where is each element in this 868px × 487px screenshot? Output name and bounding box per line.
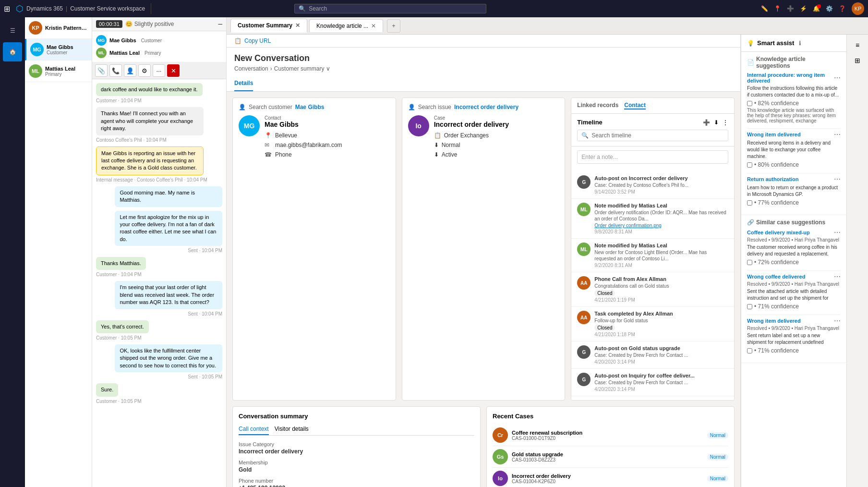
- field-label-membership: Membership: [239, 460, 474, 465]
- sa-more-2[interactable]: ⋯: [834, 131, 841, 138]
- knowledge-article-icon: 📄: [747, 59, 754, 66]
- sa-meta-7a: Resolved • 9/9/2020 • Hari Priya Thangav…: [747, 326, 841, 331]
- timeline-item-3: ML Note modified by Matias Leal New orde…: [571, 239, 734, 272]
- filter-icon[interactable]: ⚡: [800, 5, 807, 12]
- sa-checkbox-3[interactable]: [747, 200, 752, 206]
- search-customer-value[interactable]: Mae Gibbs: [295, 104, 325, 110]
- timeline-link-2[interactable]: Order delivery confirmation.png: [594, 223, 728, 228]
- sa-more-5[interactable]: ⋯: [834, 229, 841, 236]
- sa-confidence-7: • 71% confidence: [747, 347, 841, 354]
- timeline-add-icon[interactable]: ➕: [703, 119, 710, 126]
- timeline-note-input[interactable]: Enter a note...: [577, 150, 728, 164]
- sa-item-title-6[interactable]: Wrong coffee delivered: [747, 274, 805, 280]
- settings-icon[interactable]: ⚙️: [826, 5, 833, 12]
- sa-item-desc-3: Learn how to return or exchange a produc…: [747, 184, 841, 198]
- sa-item-title-3[interactable]: Return authorization: [747, 176, 799, 182]
- smart-assist-panel: 💡 Smart assist ℹ 📄 Knowledge article sug…: [741, 35, 846, 487]
- conv-tab-visitor-details[interactable]: Visitor details: [275, 424, 309, 435]
- linked-tab-contact[interactable]: Contact: [624, 102, 646, 110]
- sa-icon-list[interactable]: ≡: [851, 38, 864, 52]
- chat-timer: 00:00:31: [96, 20, 122, 28]
- timeline-filter-icon[interactable]: ⬇: [714, 119, 719, 126]
- sa-item-title-7[interactable]: Wrong item delivered: [747, 318, 801, 324]
- sa-checkbox-2[interactable]: [747, 162, 752, 168]
- breadcrumb-conv[interactable]: Conversation: [234, 65, 268, 72]
- tab-knowledge-article[interactable]: Knowledge article ... ✕: [309, 19, 383, 32]
- sidebar-hamburger[interactable]: ☰: [3, 21, 22, 40]
- session-kristin[interactable]: KP Kristin Patternson: [25, 17, 92, 39]
- sa-more-6[interactable]: ⋯: [834, 273, 841, 280]
- timeline-more-icon[interactable]: ⋮: [723, 119, 728, 126]
- sa-item-title-1[interactable]: Internal procedure: wrong item delivered: [747, 72, 834, 84]
- tab-customer-summary[interactable]: Customer Summary ✕: [230, 19, 307, 33]
- timeline-search[interactable]: 🔍 Search timeline: [577, 130, 728, 141]
- tab-nav-details[interactable]: Details: [234, 76, 253, 91]
- recent-case-1[interactable]: Cr Coffee renewal subscription CAS-01000…: [493, 425, 728, 446]
- sa-icon-grid[interactable]: ⊞: [851, 54, 864, 67]
- smart-assist-info-icon[interactable]: ℹ: [799, 40, 801, 47]
- session-info-kristin: Kristin Patternson: [45, 25, 88, 31]
- sa-more-7[interactable]: ⋯: [834, 317, 841, 325]
- search-bar[interactable]: 🔍 Search: [294, 4, 486, 13]
- notification-icon[interactable]: 🔔: [813, 5, 820, 12]
- end-button[interactable]: ✕: [167, 64, 180, 77]
- page-title-bar: New Conversation Conversation › Customer…: [227, 48, 740, 76]
- field-value-issue: Incorrect order delivery: [239, 448, 474, 455]
- field-membership: Membership Gold: [239, 460, 474, 473]
- recent-case-2[interactable]: Gs Gold status upgrade CAS-01003-D8Z2Z3 …: [493, 446, 728, 468]
- add-person-button[interactable]: 👤: [124, 64, 136, 77]
- app-grid-icon[interactable]: ⊞: [4, 4, 10, 13]
- timeline-header: Timeline ➕ ⬇ ⋮ 🔍 Search timelin: [571, 114, 734, 146]
- sa-checkbox-1[interactable]: [747, 101, 752, 106]
- tab-close-ka-icon[interactable]: ✕: [371, 23, 376, 29]
- sa-item-title-5[interactable]: Coffee delivery mixed-up: [747, 230, 810, 235]
- session-mae[interactable]: MG Mae Gibbs Customer: [25, 39, 92, 61]
- recent-case-3[interactable]: Io Incorrect order delivery CAS-01004-K2…: [493, 468, 728, 487]
- conv-tab-call-context[interactable]: Call context: [239, 424, 269, 435]
- participant-name-ml: Mattias Leal: [109, 50, 140, 56]
- sa-item-desc-2: Received wrong items in a delivery and w…: [747, 140, 841, 160]
- linked-records-label: Linked records: [577, 102, 618, 110]
- call-button[interactable]: 📞: [109, 64, 122, 77]
- sa-item-title-2[interactable]: Wrong item delivered: [747, 132, 801, 137]
- timeline-item-date-1: 9/14/2020 3:52 PM: [594, 189, 728, 195]
- msg-time-6: Customer · 10:04 PM: [96, 272, 222, 277]
- sa-item-5-header: Coffee delivery mixed-up ⋯: [747, 229, 841, 236]
- settings-button[interactable]: ⚙: [138, 64, 151, 77]
- message-4: Good morning mae. My name is Matthias.: [115, 186, 222, 207]
- copy-url-bar[interactable]: 📋 Copy URL: [227, 35, 740, 48]
- search-issue-value[interactable]: Incorrect order delivery: [454, 104, 518, 110]
- add-tab-button[interactable]: +: [387, 19, 400, 33]
- sa-more-3[interactable]: ⋯: [834, 175, 841, 183]
- timeline-note-placeholder: Enter a note...: [581, 154, 617, 160]
- minimize-icon[interactable]: ─: [218, 21, 222, 27]
- add-icon[interactable]: ➕: [787, 5, 794, 12]
- smart-assist-title: Smart assist: [757, 39, 794, 47]
- main-content: Customer Summary ✕ Knowledge article ...…: [227, 17, 868, 487]
- message-1: dark coffee and would like to exchange i…: [96, 83, 203, 96]
- attach-button[interactable]: 📎: [95, 64, 108, 77]
- search-issue-icon: 👤: [408, 104, 415, 110]
- sa-checkbox-6[interactable]: [747, 304, 752, 309]
- recent-case-title-2: Gold status upgrade: [512, 451, 703, 457]
- session-mattias[interactable]: ML Mattias Leal Primary: [25, 61, 92, 82]
- sentiment-text: Slightly positive: [134, 21, 174, 27]
- help-icon[interactable]: ❓: [839, 5, 846, 12]
- tab-close-icon[interactable]: ✕: [295, 22, 300, 29]
- more-button[interactable]: ···: [153, 64, 165, 77]
- chat-sentiment: 😊 Slightly positive: [125, 21, 174, 27]
- bottom-grid: Conversation summary Call context Visito…: [227, 406, 740, 487]
- sa-checkbox-7[interactable]: [747, 348, 752, 353]
- timeline-avatar-1: G: [577, 175, 591, 189]
- timeline-item-1: G Auto-post on Incorrect order delivery …: [571, 171, 734, 199]
- smart-assist-side-icons: ≡ ⊞: [846, 35, 868, 487]
- edit-icon[interactable]: ✏️: [761, 5, 768, 12]
- user-avatar[interactable]: KP: [852, 2, 864, 15]
- timeline-items: G Auto-post on Incorrect order delivery …: [571, 168, 734, 400]
- participant-role-ml: Primary: [145, 50, 161, 56]
- sa-more-1[interactable]: ⋯: [834, 74, 841, 82]
- location-icon[interactable]: 📍: [774, 5, 781, 12]
- sidebar-home[interactable]: 🏠: [3, 42, 22, 61]
- sa-checkbox-5[interactable]: [747, 260, 752, 265]
- breadcrumb-summary[interactable]: Customer summary: [274, 65, 325, 72]
